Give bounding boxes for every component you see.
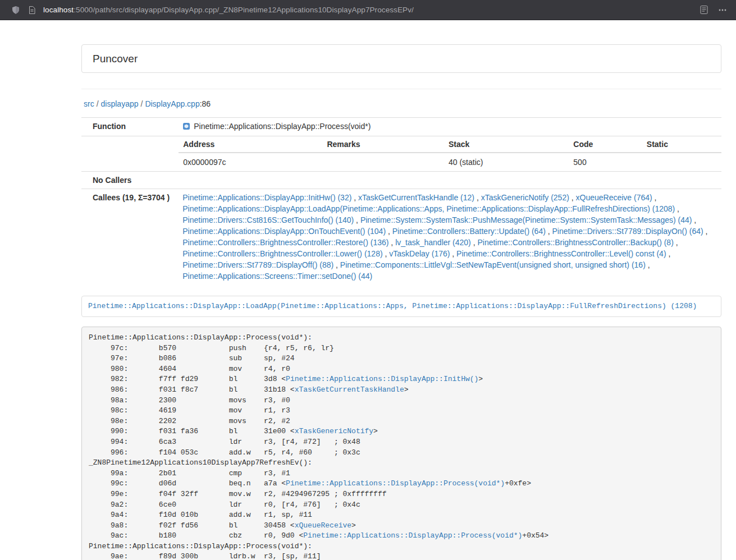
app-title: Puncover — [93, 53, 138, 65]
callees-label: Callees (19, Σ=3704 ) — [81, 189, 174, 285]
function-type-icon — [182, 122, 190, 133]
col-header-stack: Stack — [444, 136, 569, 153]
divider — [81, 89, 721, 89]
disassembly-symbol-link[interactable]: xTaskGenericNotify — [295, 427, 373, 435]
callee-link[interactable]: lv_task_handler (420) — [395, 238, 471, 247]
disassembly-symbol-link[interactable]: xTaskGetCurrentTaskHandle — [295, 385, 404, 394]
callee-link[interactable]: Pinetime::Controllers::BrightnessControl… — [182, 249, 382, 258]
callee-link[interactable]: Pinetime::Controllers::BrightnessControl… — [477, 238, 673, 247]
function-row: Function Pinetime::Applications::Display… — [81, 118, 721, 136]
callee-link[interactable]: xTaskGenericNotify (252) — [481, 193, 569, 202]
selected-symbol-panel: Pinetime::Applications::DisplayApp::Load… — [81, 296, 721, 317]
callees-cell: Pinetime::Applications::DisplayApp::Init… — [174, 189, 721, 285]
callee-link[interactable]: Pinetime::Controllers::Battery::Update()… — [392, 227, 546, 236]
url-path: :5000/path/src/displayapp/DisplayApp.cpp… — [74, 6, 414, 14]
breadcrumb-separator: / — [141, 99, 143, 108]
code-value: 500 — [569, 153, 642, 171]
disassembly-symbol-link[interactable]: Pinetime::Applications::DisplayApp::Proc… — [303, 531, 522, 540]
callees-row: Callees (19, Σ=3704 ) Pinetime::Applicat… — [81, 189, 721, 285]
static-value — [642, 153, 721, 171]
callee-link[interactable]: vTaskDelay (176) — [389, 249, 450, 258]
site-identity-page-icon[interactable] — [29, 6, 35, 14]
tracking-protection-shield-icon[interactable] — [11, 6, 20, 15]
selected-symbol-link[interactable]: Pinetime::Applications::DisplayApp::Load… — [88, 302, 697, 310]
callee-link[interactable]: Pinetime::Applications::DisplayApp::OnTo… — [182, 227, 386, 236]
breadcrumb-link-src[interactable]: src — [84, 99, 94, 108]
page-actions-menu-icon[interactable] — [718, 6, 727, 15]
function-stats-row: Address Remarks Stack Code Static 0x0000… — [81, 136, 721, 172]
disassembly-pre: Pinetime::Applications::DisplayApp::Proc… — [81, 327, 721, 560]
callee-link[interactable]: Pinetime::Applications::DisplayApp::Load… — [182, 204, 675, 213]
callee-link[interactable]: xQueueReceive (764) — [576, 193, 652, 202]
callee-link[interactable]: Pinetime::Components::LittleVgl::SetNewT… — [340, 260, 646, 269]
address-value: 0x0000097c — [179, 153, 322, 171]
function-row-label: Function — [81, 118, 174, 136]
function-name: Pinetime::Applications::DisplayApp::Proc… — [194, 122, 371, 131]
callee-link[interactable]: Pinetime::Drivers::St7789::DisplayOff() … — [182, 260, 333, 269]
col-header-static: Static — [642, 136, 721, 153]
callee-link[interactable]: Pinetime::Applications::DisplayApp::Init… — [182, 193, 351, 202]
disassembly-symbol-link[interactable]: xQueueReceive — [295, 521, 351, 530]
callee-link[interactable]: Pinetime::Controllers::BrightnessControl… — [182, 238, 388, 247]
main-content: Puncover src/displayapp/DisplayApp.cpp:8… — [81, 44, 721, 560]
callee-link[interactable]: Pinetime::Controllers::BrightnessControl… — [456, 249, 666, 258]
col-header-code: Code — [569, 136, 642, 153]
stack-value: 40 (static) — [444, 153, 569, 171]
browser-chrome: localhost:5000/path/src/displayapp/Displ… — [0, 0, 736, 20]
breadcrumb: src/displayapp/DisplayApp.cpp:86 — [84, 98, 721, 109]
breadcrumb-link-file[interactable]: DisplayApp.cpp — [145, 99, 199, 108]
breadcrumb-link-displayapp[interactable]: displayapp — [101, 99, 139, 108]
function-detail-table: Function Pinetime::Applications::Display… — [81, 117, 721, 284]
url-host: localhost — [43, 6, 74, 14]
callee-link[interactable]: Pinetime::Applications::Screens::Timer::… — [182, 272, 372, 281]
function-stats-table: Address Remarks Stack Code Static 0x0000… — [179, 136, 721, 171]
no-callers-row: No Callers — [81, 172, 721, 189]
callee-link[interactable]: xTaskGetCurrentTaskHandle (12) — [358, 193, 474, 202]
remarks-value — [322, 153, 444, 171]
disassembly-symbol-link[interactable]: Pinetime::Applications::DisplayApp::Init… — [286, 375, 478, 383]
col-header-address: Address — [179, 136, 322, 153]
breadcrumb-line-number: :86 — [200, 99, 211, 108]
callee-link[interactable]: Pinetime::Drivers::St7789::DisplayOn() (… — [552, 227, 703, 236]
breadcrumb-separator: / — [97, 99, 99, 108]
col-header-remarks: Remarks — [322, 136, 444, 153]
no-callers-label: No Callers — [81, 172, 174, 189]
disassembly-symbol-link[interactable]: Pinetime::Applications::DisplayApp::Proc… — [286, 479, 505, 488]
function-stats-values-row: 0x0000097c 40 (static) 500 — [179, 153, 721, 171]
callee-link[interactable]: Pinetime::System::SystemTask::PushMessag… — [360, 215, 692, 224]
url-bar[interactable]: localhost:5000/path/src/displayapp/Displ… — [43, 6, 693, 14]
callee-link[interactable]: Pinetime::Drivers::Cst816S::GetTouchInfo… — [182, 215, 354, 224]
app-title-panel: Puncover — [81, 44, 721, 73]
reader-view-icon[interactable] — [700, 6, 708, 14]
